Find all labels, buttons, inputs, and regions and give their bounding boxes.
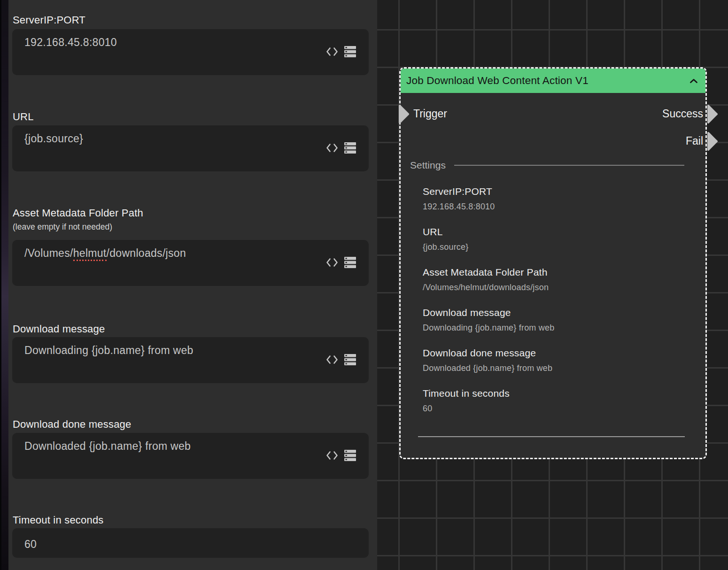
settings-entry: ServerIP:PORT 192.168.45.8:8010	[410, 185, 684, 212]
app-window: ServerIP:PORT 192.168.45.8:8010 URL {job…	[0, 0, 728, 570]
code-icon[interactable]	[326, 258, 338, 267]
settings-entry-label: URL	[423, 226, 684, 238]
settings-entry: Timeout in seconds 60	[410, 387, 684, 414]
input-value: Downloading {job.name} from web	[24, 344, 194, 357]
field-label: Download message	[13, 323, 105, 335]
settings-entry-value: /Volumes/helmut/downloads/json	[423, 282, 684, 293]
server-list-icon[interactable]	[344, 142, 356, 154]
input-value: /Volumes/helmut/downloads/json	[24, 246, 186, 260]
node-header[interactable]: Job Download Web Content Action V1	[401, 69, 705, 93]
field-label: Timeout in seconds	[13, 514, 104, 526]
output-port-fail[interactable]: Fail	[686, 134, 703, 148]
action-node-card[interactable]: Job Download Web Content Action V1 Trigg…	[399, 67, 707, 459]
input-port-trigger[interactable]: Trigger	[413, 107, 447, 121]
settings-entry: Asset Metadata Folder Path /Volumes/helm…	[410, 266, 684, 293]
download-done-message-input[interactable]: Downloaded {job.name} from web	[12, 433, 369, 479]
fail-port-arrow-icon[interactable]	[707, 131, 718, 151]
collapse-node-button[interactable]	[689, 78, 698, 84]
trigger-port-arrow-icon[interactable]	[398, 104, 410, 124]
field-label: Asset Metadata Folder Path	[13, 207, 143, 219]
field-label: URL	[13, 111, 34, 123]
url-input[interactable]: {job.source}	[12, 125, 369, 171]
settings-heading-rule	[454, 165, 684, 166]
server-list-icon[interactable]	[344, 46, 356, 57]
input-value: {job.source}	[24, 132, 83, 145]
settings-entry-value: 192.168.45.8:8010	[423, 201, 684, 212]
settings-entry-value: {job.source}	[423, 241, 684, 253]
settings-entry: URL {job.source}	[410, 226, 684, 253]
code-icon[interactable]	[326, 355, 338, 364]
output-port-success[interactable]: Success	[662, 107, 703, 121]
settings-entry-value: Downloading {job.name} from web	[423, 322, 684, 333]
node-settings-section: Settings ServerIP:PORT 192.168.45.8:8010…	[410, 159, 684, 414]
settings-entry-value: 60	[423, 403, 684, 414]
settings-entry-label: Asset Metadata Folder Path	[423, 266, 684, 278]
input-value: 192.168.45.8:8010	[24, 36, 117, 49]
input-value: 60	[24, 538, 37, 551]
settings-entry-value: Downloaded {job.name} from web	[423, 362, 684, 374]
code-icon[interactable]	[326, 451, 338, 460]
code-icon[interactable]	[326, 143, 338, 153]
server-list-icon[interactable]	[344, 257, 356, 268]
server-list-icon[interactable]	[344, 450, 356, 461]
input-value: Downloaded {job.name} from web	[24, 439, 191, 453]
server-list-icon[interactable]	[344, 354, 356, 365]
settings-entry: Download done message Downloaded {job.na…	[410, 347, 684, 374]
settings-entry-label: Download done message	[423, 347, 684, 359]
misspelled-word: helmut	[73, 247, 107, 261]
field-hint: (leave empty if not needed)	[13, 222, 112, 232]
field-label: ServerIP:PORT	[13, 14, 85, 26]
download-message-input[interactable]: Downloading {job.name} from web	[12, 337, 369, 383]
code-icon[interactable]	[326, 47, 338, 56]
chevron-up-icon	[689, 78, 698, 84]
metadata-path-input[interactable]: /Volumes/helmut/downloads/json	[12, 240, 369, 286]
desktop-background-edge	[0, 0, 8, 570]
settings-heading: Settings	[410, 159, 446, 171]
settings-entry: Download message Downloading {job.name} …	[410, 307, 684, 333]
field-label: Download done message	[13, 418, 131, 431]
timeout-input[interactable]: 60	[12, 528, 369, 558]
action-properties-panel: ServerIP:PORT 192.168.45.8:8010 URL {job…	[8, 0, 377, 570]
settings-entry-label: Timeout in seconds	[423, 387, 684, 400]
settings-entry-label: Download message	[423, 307, 684, 319]
serverip-port-input[interactable]: 192.168.45.8:8010	[12, 29, 369, 75]
settings-entry-label: ServerIP:PORT	[423, 185, 684, 198]
success-port-arrow-icon[interactable]	[707, 104, 718, 124]
node-title: Job Download Web Content Action V1	[406, 75, 689, 87]
node-footer-divider	[418, 436, 685, 437]
workflow-canvas[interactable]: Job Download Web Content Action V1 Trigg…	[377, 0, 728, 570]
